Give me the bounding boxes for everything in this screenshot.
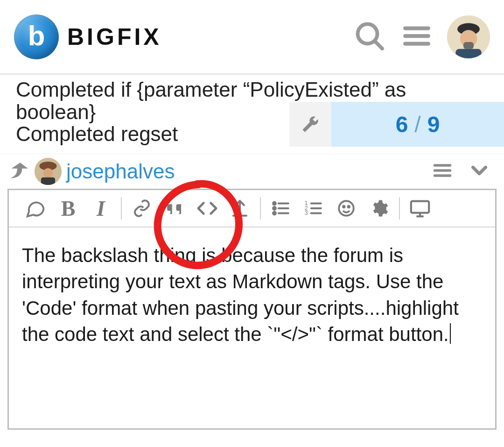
svg-point-32	[348, 206, 350, 208]
svg-point-12	[43, 168, 53, 178]
header-actions	[353, 15, 490, 58]
composer-header: josephalves	[0, 154, 504, 189]
svg-point-22	[273, 212, 276, 215]
bold-button[interactable]: B	[56, 197, 80, 220]
bullet-list-icon[interactable]	[269, 197, 293, 220]
editor-textarea[interactable]: The backslash thing is because the forum…	[9, 227, 495, 428]
topic-progress[interactable]: 6 / 9	[289, 102, 504, 147]
code-icon[interactable]	[196, 197, 219, 220]
editor-content: The backslash thing is because the forum…	[22, 244, 459, 345]
italic-button[interactable]: I	[89, 197, 112, 220]
composer-collapse-icon[interactable]	[467, 158, 492, 185]
editor-toolbar: B I	[9, 190, 495, 227]
svg-rect-13	[41, 177, 55, 185]
svg-point-30	[339, 201, 354, 216]
composer-menu-icon[interactable]	[432, 160, 453, 183]
svg-rect-8	[463, 42, 474, 49]
text-caret	[450, 323, 451, 344]
post-current: 6	[396, 112, 408, 137]
site-header: b BIGFIX	[0, 0, 504, 75]
composer-editor: B I	[7, 189, 497, 430]
svg-line-1	[375, 42, 382, 49]
hamburger-menu-icon[interactable]	[401, 21, 432, 53]
svg-point-20	[273, 207, 276, 210]
brand-name: BIGFIX	[67, 23, 162, 50]
svg-rect-33	[411, 201, 429, 213]
preview-monitor-icon[interactable]	[408, 197, 432, 220]
svg-point-18	[273, 202, 276, 205]
post-counter[interactable]: 6 / 9	[331, 102, 504, 147]
reply-username[interactable]: josephalves	[66, 160, 175, 183]
svg-rect-9	[455, 49, 481, 58]
reply-user-avatar	[35, 158, 62, 185]
upload-icon[interactable]	[228, 197, 252, 220]
reply-arrow-icon	[7, 159, 30, 184]
link-icon[interactable]	[130, 197, 154, 220]
post-separator: /	[414, 112, 420, 137]
search-icon[interactable]	[353, 19, 386, 55]
site-logo[interactable]: b BIGFIX	[14, 14, 162, 59]
post-total: 9	[427, 112, 440, 137]
quote-icon[interactable]	[163, 197, 186, 220]
thread-preview: Completed if {parameter “PolicyExisted” …	[0, 75, 504, 154]
numbered-list-icon[interactable]: 1 2 3	[302, 197, 325, 220]
reply-target[interactable]: josephalves	[7, 158, 175, 185]
emoji-icon[interactable]	[335, 197, 358, 220]
user-avatar[interactable]	[447, 15, 490, 58]
gear-icon[interactable]	[367, 197, 391, 220]
speech-bubble-icon[interactable]	[24, 197, 47, 220]
svg-point-31	[343, 206, 345, 208]
svg-text:3: 3	[305, 210, 308, 216]
logo-letter: b	[28, 20, 45, 52]
topic-admin-wrench[interactable]	[289, 102, 331, 147]
logo-badge: b	[14, 14, 59, 59]
